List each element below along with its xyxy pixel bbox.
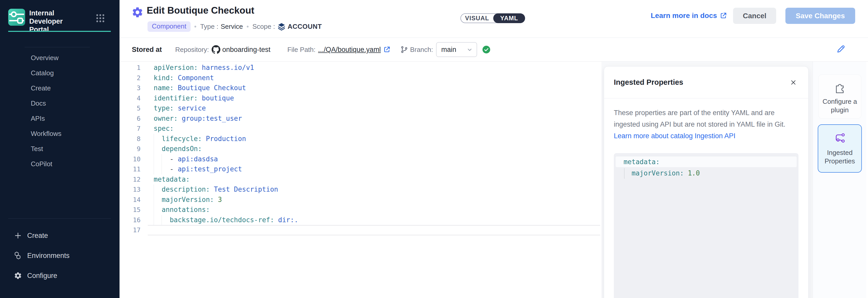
gear-icon: [14, 272, 22, 280]
page-title: Edit Boutique Checkout: [147, 5, 254, 16]
sidebar-item-workflows[interactable]: Workflows: [0, 126, 120, 141]
sidebar-footer-label: Environments: [27, 252, 69, 260]
ingested-code-block: metadata: majorVersion: 1.0: [614, 153, 799, 298]
indent-guide: [154, 164, 154, 174]
stored-at-label: Stored at: [132, 46, 162, 54]
editor-line[interactable]: 4identifier: boutique: [120, 93, 602, 104]
editor-line[interactable]: 10 - api:dasdsa: [120, 154, 602, 164]
sidebar-item-apis[interactable]: APIs: [0, 111, 120, 126]
tab-visual[interactable]: VISUAL: [461, 14, 493, 23]
sidebar-item-environments[interactable]: Environments: [0, 246, 120, 266]
dot-separator-icon: [247, 26, 249, 27]
branch-value: main: [441, 46, 466, 54]
idp-logo-icon: [8, 9, 25, 26]
sidebar-item-test[interactable]: Test: [0, 141, 120, 157]
plus-icon: [14, 232, 22, 240]
editor-line[interactable]: 16 backstage.io/techdocs-ref: dir:.: [120, 215, 602, 225]
line-number: 8: [120, 134, 141, 144]
ingested-properties-tab[interactable]: IngestedProperties: [818, 124, 862, 173]
edit-pencil-icon[interactable]: [836, 44, 846, 54]
sidebar-item-overview[interactable]: Overview: [0, 50, 120, 65]
editor-line[interactable]: 2kind: Component: [120, 73, 602, 83]
brand-underline: [8, 31, 111, 32]
line-number: 9: [120, 144, 141, 154]
ingested-code-line: metadata:: [615, 156, 797, 167]
github-icon: [212, 45, 220, 54]
sidebar-footer-divider: [8, 218, 111, 219]
sidebar-footer-label: Create: [27, 232, 48, 240]
ingestion-api-link[interactable]: Learn more about catalog Ingestion API: [614, 130, 799, 142]
ingest-icon: [834, 133, 846, 145]
learn-more-docs-link[interactable]: Learn more in docs: [651, 8, 727, 24]
editor-line[interactable]: 1apiVersion: harness.io/v1: [120, 63, 602, 73]
indent-guide: [154, 185, 154, 195]
apps-grid-icon[interactable]: [95, 13, 105, 23]
editor-line[interactable]: 12metadata:: [120, 174, 602, 185]
sidebar-item-configure[interactable]: Configure: [0, 266, 120, 286]
check-circle-icon: [482, 46, 490, 54]
file-path-label: File Path:: [287, 46, 315, 54]
line-number: 16: [120, 215, 141, 225]
line-number: 17: [120, 225, 141, 235]
editor-line[interactable]: 5type: service: [120, 103, 602, 113]
sidebar-item-catalog[interactable]: Catalog: [0, 65, 120, 81]
ingested-code-line: majorVersion: 1.0: [614, 167, 799, 179]
branch-select[interactable]: main: [436, 42, 477, 57]
branch-label: Branch:: [410, 46, 433, 54]
line-number: 3: [120, 83, 141, 93]
puzzle-icon: [834, 82, 846, 94]
configure-plugin-card[interactable]: Configure aplugin: [818, 75, 861, 119]
main-content: Edit Boutique Checkout Component Type : …: [120, 0, 868, 298]
sidebar-item-docs[interactable]: Docs: [0, 96, 120, 111]
scope-value: ACCOUNT: [287, 23, 322, 31]
tab-yaml[interactable]: YAML: [493, 13, 525, 23]
sidebar-footer: Create Environments Configure: [0, 225, 120, 286]
brand-title: Internal DeveloperPortal: [29, 9, 88, 34]
repository-label: Repository:: [175, 46, 209, 54]
app-sidebar: Internal DeveloperPortal OverviewCatalog…: [0, 0, 120, 298]
editor-line[interactable]: 9 dependsOn:: [120, 144, 602, 154]
sidebar-item-copilot[interactable]: CoPilot: [0, 157, 120, 171]
sidebar-item-create[interactable]: Create: [0, 81, 120, 96]
indent-guide: [154, 195, 154, 205]
sidebar-divider: [25, 47, 90, 47]
yaml-editor[interactable]: 1apiVersion: harness.io/v12kind: Compone…: [120, 62, 602, 298]
save-changes-button[interactable]: Save Changes: [785, 8, 855, 24]
editor-lines: 1apiVersion: harness.io/v12kind: Compone…: [120, 63, 602, 235]
line-number: 13: [120, 185, 141, 195]
kind-badge: Component: [148, 21, 191, 32]
editor-line[interactable]: 13 description: Test Description: [120, 185, 602, 195]
hexagons-icon: [14, 251, 22, 260]
layers-icon: [278, 23, 285, 31]
editor-line[interactable]: 14 majorVersion: 3: [120, 195, 602, 205]
editor-line[interactable]: 11 - api:test_project: [120, 164, 602, 174]
cancel-button[interactable]: Cancel: [733, 8, 776, 24]
line-number: 14: [120, 195, 141, 205]
chevron-down-icon: [466, 46, 473, 53]
editor-line[interactable]: 7spec:: [120, 124, 602, 134]
repository-value: onboarding-test: [222, 46, 271, 54]
editor-line[interactable]: 3name: Boutique Checkout: [120, 83, 602, 93]
line-number: 6: [120, 113, 141, 124]
page-header: Edit Boutique Checkout Component Type : …: [120, 0, 868, 38]
sidebar-item-create-bottom[interactable]: Create: [0, 225, 120, 246]
sidebar-nav: OverviewCatalogCreateDocsAPIsWorkflowsTe…: [0, 50, 120, 171]
stored-at-bar: Stored at Repository: onboarding-test Fi…: [120, 38, 868, 62]
rail-card-label: Configure aplugin: [823, 97, 857, 114]
editor-line[interactable]: 8 lifecycle: Production: [120, 134, 602, 144]
file-path-link[interactable]: .../QA/boutique.yaml: [318, 46, 391, 54]
panel-header: Ingested Properties: [604, 66, 808, 99]
scope-label: Scope :: [252, 23, 275, 31]
line-number: 2: [120, 73, 141, 83]
line-number: 15: [120, 205, 141, 215]
indent-guide: [154, 154, 154, 164]
close-icon[interactable]: [788, 77, 799, 88]
entity-gear-icon: [131, 6, 144, 19]
type-value: Service: [221, 23, 243, 31]
editor-line[interactable]: 6owner: group:test_user: [120, 113, 602, 124]
panel-description: These properties are part of the entity …: [614, 107, 791, 130]
right-rail: Configure aplugin IngestedProperties: [813, 62, 866, 298]
indent-guide: [624, 168, 625, 179]
type-label: Type :: [200, 23, 218, 31]
editor-line[interactable]: 15 annotations:: [120, 205, 602, 215]
